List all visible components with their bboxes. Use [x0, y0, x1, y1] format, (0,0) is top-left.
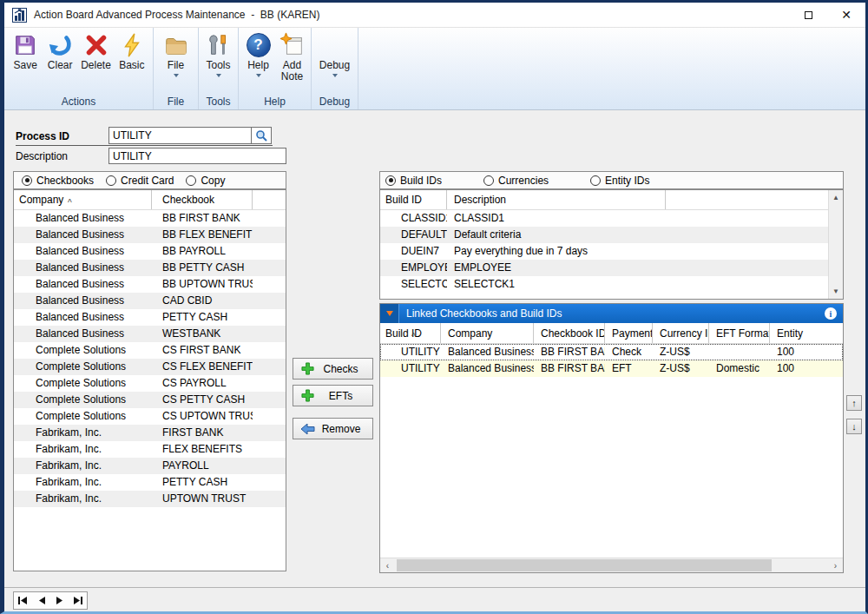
radio-option[interactable]: Checkbooks [22, 175, 94, 187]
table-row[interactable]: UTILITY Balanced Business BB FIRST BANK … [380, 344, 843, 360]
add-efts-button[interactable]: EFTs [293, 385, 373, 406]
radio-option[interactable]: Currencies [483, 175, 549, 187]
linked-rows: UTILITY Balanced Business BB FIRST BANK … [380, 344, 843, 377]
add-note-icon [279, 32, 306, 58]
radio-option[interactable]: Entity IDs [590, 175, 649, 187]
info-icon[interactable]: i [825, 307, 837, 320]
radio-icon [590, 175, 601, 186]
build-rows: CLASSID1 CLASSID1 DEFAULT Default criter… [380, 210, 828, 293]
table-row[interactable]: Complete Solutions CS FIRST BANK [14, 342, 286, 359]
table-row[interactable]: DEFAULT Default criteria [380, 227, 828, 243]
lightning-icon [119, 32, 145, 58]
table-row[interactable]: Complete Solutions CS PAYROLL [14, 375, 286, 392]
app-chart-icon [12, 8, 27, 23]
table-row[interactable]: Fabrikam, Inc. FLEX BENEFITS [14, 441, 286, 458]
delete-button[interactable]: Delete [78, 30, 114, 73]
ribbon: Save Clear Delete [4, 28, 865, 110]
scroll-up-icon[interactable]: ▲ [829, 190, 843, 205]
radio-icon [106, 175, 116, 186]
sort-ascending-icon: ^ [411, 327, 416, 343]
table-row[interactable]: Fabrikam, Inc. UPTOWN TRUST [14, 491, 286, 507]
dropdown-arrow-icon [216, 74, 221, 77]
table-row[interactable]: DUEIN7 Pay everything due in 7 days [380, 243, 828, 260]
basic-button[interactable]: Basic [115, 30, 148, 73]
linked-options-button[interactable] [380, 304, 399, 323]
add-note-button[interactable]: Add Note [277, 30, 308, 84]
table-row[interactable]: Balanced Business WESTBANK [14, 326, 286, 342]
move-row-up-button[interactable]: ↑ [846, 395, 862, 411]
table-row[interactable]: Balanced Business PETTY CASH [14, 309, 286, 326]
column-header-build-id[interactable]: Build ID ^ [380, 323, 441, 343]
linked-panel: Linked Checkbooks and Build IDs i Build … [379, 303, 844, 573]
record-navigation [13, 591, 88, 610]
tools-menu-button[interactable]: Tools [202, 30, 235, 79]
table-row[interactable]: Fabrikam, Inc. PETTY CASH [14, 474, 286, 491]
scroll-left-icon[interactable]: ‹ [380, 558, 395, 572]
save-icon [12, 32, 38, 58]
next-record-button[interactable] [50, 592, 69, 609]
table-row[interactable]: Complete Solutions CS PETTY CASH [14, 392, 286, 408]
checkbook-rows: Balanced Business BB FIRST BANK Balanced… [14, 210, 286, 507]
horizontal-scrollbar[interactable]: ‹ › [380, 558, 843, 572]
move-row-down-button[interactable]: ↓ [846, 419, 862, 434]
last-record-button[interactable] [69, 592, 87, 609]
maximize-button[interactable] [789, 3, 827, 27]
folder-icon [163, 32, 189, 58]
clear-button[interactable]: Clear [43, 30, 76, 73]
plus-icon [301, 362, 314, 375]
radio-option[interactable]: Credit Card [106, 175, 174, 187]
linked-panel-titlebar: Linked Checkbooks and Build IDs i [380, 304, 843, 323]
help-icon: ? [247, 33, 271, 57]
process-id-input[interactable] [108, 127, 252, 144]
table-row[interactable]: EMPLOYEE EMPLOYEE [380, 260, 828, 276]
scrollbar-thumb[interactable] [397, 559, 772, 571]
table-row[interactable]: Balanced Business BB UPTOWN TRUST [14, 276, 286, 293]
column-header-build-id: Build ID [380, 190, 447, 209]
magnifier-icon [255, 129, 267, 142]
ribbon-group-actions: Save Clear Delete [4, 28, 154, 109]
table-row[interactable]: Balanced Business BB FLEX BENEFIT [14, 227, 286, 243]
vertical-scrollbar[interactable]: ▲ ▼ [828, 190, 843, 299]
checkbook-radio-group: Checkbooks Credit Card Copy [13, 171, 286, 189]
save-button[interactable]: Save [9, 30, 42, 73]
scroll-down-icon[interactable]: ▼ [829, 284, 843, 299]
table-row[interactable]: Balanced Business CAD CBID [14, 293, 286, 309]
radio-option[interactable]: Build IDs [385, 175, 442, 187]
column-header-company[interactable]: Company ^ [14, 190, 152, 209]
help-menu-button[interactable]: ? Help [242, 30, 275, 79]
table-row[interactable]: SELECTCK1 SELECTCK1 [380, 276, 828, 293]
column-header-entity: Entity [770, 323, 843, 343]
table-row[interactable]: Complete Solutions CS UPTOWN TRUST [14, 408, 286, 425]
scroll-right-icon[interactable]: › [828, 558, 843, 572]
table-row[interactable]: Balanced Business BB PETTY CASH [14, 260, 286, 276]
process-id-lookup-button[interactable] [251, 127, 272, 144]
add-checks-button[interactable]: Checks [293, 358, 373, 380]
process-id-label: Process ID [16, 130, 102, 142]
linked-list-header: Build ID ^ Company Checkbook ID Payment … [380, 323, 843, 344]
table-row[interactable]: Balanced Business BB PAYROLL [14, 243, 286, 260]
description-input[interactable] [108, 148, 286, 164]
table-row[interactable]: UTILITY Balanced Business BB FIRST BANK … [380, 360, 843, 377]
description-label: Description [16, 150, 102, 162]
delete-icon [83, 32, 109, 58]
column-header-payment: Payment [605, 323, 653, 343]
checkbook-panel: Checkbooks Credit Card Copy Company ^ [13, 171, 286, 571]
table-row[interactable]: Fabrikam, Inc. FIRST BANK [14, 425, 286, 441]
table-row[interactable]: Balanced Business BB FIRST BANK [14, 210, 286, 227]
table-row[interactable]: Complete Solutions CS FLEX BENEFIT [14, 359, 286, 375]
next-record-icon [56, 597, 63, 604]
previous-record-button[interactable] [32, 592, 50, 609]
file-menu-button[interactable]: File [160, 30, 193, 79]
table-row[interactable]: CLASSID1 CLASSID1 [380, 210, 828, 227]
radio-option[interactable]: Copy [186, 175, 225, 187]
app-window: Action Board Advanced Process Maintenanc… [0, 0, 868, 614]
remove-button[interactable]: Remove [293, 418, 373, 439]
ribbon-group-label-help: Help [242, 95, 307, 109]
ribbon-group-help: ? Help Add Note Help [239, 28, 312, 109]
close-button[interactable]: ✕ [827, 3, 865, 27]
first-record-button[interactable] [14, 592, 32, 609]
tools-icon [206, 32, 232, 58]
clear-undo-icon [47, 32, 73, 58]
table-row[interactable]: Fabrikam, Inc. PAYROLL [14, 458, 286, 474]
debug-menu-button[interactable]: Debug [317, 30, 352, 79]
